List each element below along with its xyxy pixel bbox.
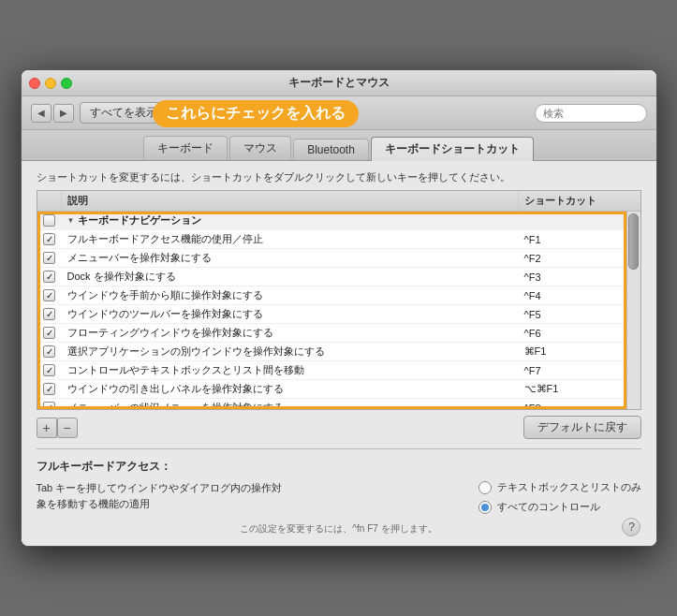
remove-button[interactable]: − (57, 418, 78, 438)
header-description: 説明 (62, 191, 519, 211)
row-label-6: 選択アプリケーションの別ウインドウを操作対象にする (62, 343, 519, 360)
window-title: キーボードとマウス (288, 75, 390, 91)
default-button[interactable]: デフォルトに戻す (523, 416, 641, 439)
row-shortcut-4: ^F5 (519, 307, 640, 322)
row-shortcut-1: ^F2 (519, 251, 640, 266)
header-shortcut: ショートカット (519, 191, 640, 211)
fka-label: Tab キーを押してウインドウやダイアログ内の操作対 象を移動する機能の適用 (37, 480, 460, 511)
table-header: 説明 ショートカット (37, 191, 640, 212)
row-shortcut-7: ^F7 (519, 363, 640, 378)
fka-row: Tab キーを押してウインドウやダイアログ内の操作対 象を移動する機能の適用 テ… (37, 480, 641, 514)
row-shortcut-6: ⌘F1 (519, 344, 640, 359)
checkbox-4[interactable] (43, 308, 55, 320)
annotation-bubble: これらにチェックを入れる (153, 100, 359, 127)
divider (37, 448, 641, 449)
fka-hint: この設定を変更するには、^fn F7 を押します。 (238, 522, 439, 535)
fka-section: フルキーボードアクセス： Tab キーを押してウインドウやダイアログ内の操作対 … (37, 459, 641, 536)
radio-textboxes-label: テキストボックスとリストのみ (497, 480, 641, 494)
fka-label-line1: Tab キーを押してウインドウやダイアログ内の操作対 (37, 482, 283, 493)
radio-all-label: すべてのコントロール (497, 500, 600, 514)
bottom-row: この設定を変更するには、^fn F7 を押します。 ? (37, 518, 641, 536)
tab-bluetooth[interactable]: Bluetooth (293, 139, 369, 160)
checkbox-9[interactable] (43, 402, 55, 409)
row-label-8: ウインドウの引き出しパネルを操作対象にする (62, 380, 519, 398)
hint-text: ショートカットを変更するには、ショートカットをダブルクリックして新しいキーを押し… (37, 170, 641, 184)
content-area: ショートカットを変更するには、ショートカットをダブルクリックして新しいキーを押し… (22, 161, 656, 546)
group-checkbox[interactable] (43, 214, 55, 227)
table-row: フローティングウインドウを操作対象にする ^F6 (37, 324, 640, 343)
row-label-3: ウインドウを手前から順に操作対象にする (62, 286, 519, 304)
row-shortcut-3: ^F4 (519, 288, 640, 303)
checkbox-2[interactable] (43, 271, 55, 283)
table-body: ▼ キーボードナビゲーション フルキーボードアクセス機能の使用／停止 ^F1 メ… (37, 212, 640, 409)
shortcuts-table: 説明 ショートカット ▼ キーボードナビゲーション (37, 190, 641, 410)
header-check (37, 191, 62, 211)
maximize-button[interactable] (61, 78, 72, 89)
checkbox-8[interactable] (43, 383, 55, 395)
table-row: メニューバーの状況メニューを操作対象にする ^F8 (37, 399, 640, 409)
table-row: ウインドウのツールバーを操作対象にする ^F5 (37, 305, 640, 324)
search-input[interactable] (535, 104, 647, 123)
table-row: フルキーボードアクセス機能の使用／停止 ^F1 (37, 230, 640, 249)
close-button[interactable] (29, 78, 40, 89)
checkbox-1[interactable] (43, 252, 55, 264)
checkbox-6[interactable] (43, 345, 55, 358)
forward-button[interactable]: ▶ (53, 104, 74, 123)
checkbox-5[interactable] (43, 327, 55, 339)
nav-buttons: ◀ ▶ (31, 104, 74, 123)
checkbox-3[interactable] (43, 289, 55, 301)
radio-all[interactable]: すべてのコントロール (478, 500, 641, 514)
fka-title: フルキーボードアクセス： (37, 459, 641, 475)
radio-all-button[interactable] (478, 501, 492, 514)
group-header-keyboard-nav: ▼ キーボードナビゲーション (37, 212, 640, 230)
group-name: キーボードナビゲーション (78, 213, 201, 227)
row-label-9: メニューバーの状況メニューを操作対象にする (62, 399, 519, 409)
tab-mouse[interactable]: マウス (229, 136, 291, 160)
row-shortcut-2: ^F3 (519, 270, 640, 285)
add-button[interactable]: + (37, 418, 57, 438)
row-shortcut-5: ^F6 (519, 326, 640, 341)
table-row: ウインドウを手前から順に操作対象にする ^F4 (37, 286, 640, 305)
table-row: Dock を操作対象にする ^F3 (37, 268, 640, 286)
row-label-1: メニューバーを操作対象にする (62, 249, 519, 267)
row-label-0: フルキーボードアクセス機能の使用／停止 (62, 230, 519, 248)
table-row: ウインドウの引き出しパネルを操作対象にする ⌥⌘F1 (37, 380, 640, 399)
row-label-7: コントロールやテキストボックスとリスト間を移動 (62, 361, 519, 379)
help-button[interactable]: ? (622, 518, 640, 536)
radio-textboxes[interactable]: テキストボックスとリストのみ (478, 480, 641, 494)
toolbar: ◀ ▶ すべてを表示 これらにチェックを入れる (22, 96, 656, 130)
row-label-5: フローティングウインドウを操作対象にする (62, 324, 519, 342)
traffic-lights (29, 78, 72, 89)
checkbox-7[interactable] (43, 364, 55, 376)
fka-options: テキストボックスとリストのみ すべてのコントロール (478, 480, 641, 514)
titlebar: キーボードとマウス (22, 70, 656, 96)
group-checkbox-cell (37, 213, 62, 228)
tab-keyboard[interactable]: キーボード (143, 136, 228, 160)
row-shortcut-8: ⌥⌘F1 (519, 381, 640, 397)
row-shortcut-9: ^F8 (519, 401, 640, 410)
scrollbar-thumb[interactable] (628, 213, 639, 270)
checkbox-0[interactable] (43, 233, 55, 245)
back-button[interactable]: ◀ (31, 104, 52, 123)
minimize-button[interactable] (45, 78, 56, 89)
tab-shortcuts[interactable]: キーボードショートカット (371, 137, 534, 161)
row-shortcut-0: ^F1 (519, 232, 640, 247)
fka-label-line2: 象を移動する機能の適用 (37, 498, 150, 509)
bottom-buttons: + − デフォルトに戻す (37, 416, 641, 439)
triangle-icon: ▼ (67, 216, 75, 225)
table-row: コントロールやテキストボックスとリスト間を移動 ^F7 (37, 361, 640, 380)
radio-textboxes-button[interactable] (478, 481, 492, 494)
row-label-2: Dock を操作対象にする (62, 268, 519, 286)
group-shortcut (519, 219, 640, 223)
main-window: キーボードとマウス ◀ ▶ すべてを表示 これらにチェックを入れる キーボード … (21, 69, 657, 547)
tabs-row: キーボード マウス Bluetooth キーボードショートカット (22, 130, 656, 161)
row-label-4: ウインドウのツールバーを操作対象にする (62, 305, 519, 323)
table-row: 選択アプリケーションの別ウインドウを操作対象にする ⌘F1 (37, 343, 640, 361)
table-row: メニューバーを操作対象にする ^F2 (37, 249, 640, 268)
scrollbar[interactable] (626, 212, 640, 409)
group-label: ▼ キーボードナビゲーション (62, 212, 519, 229)
